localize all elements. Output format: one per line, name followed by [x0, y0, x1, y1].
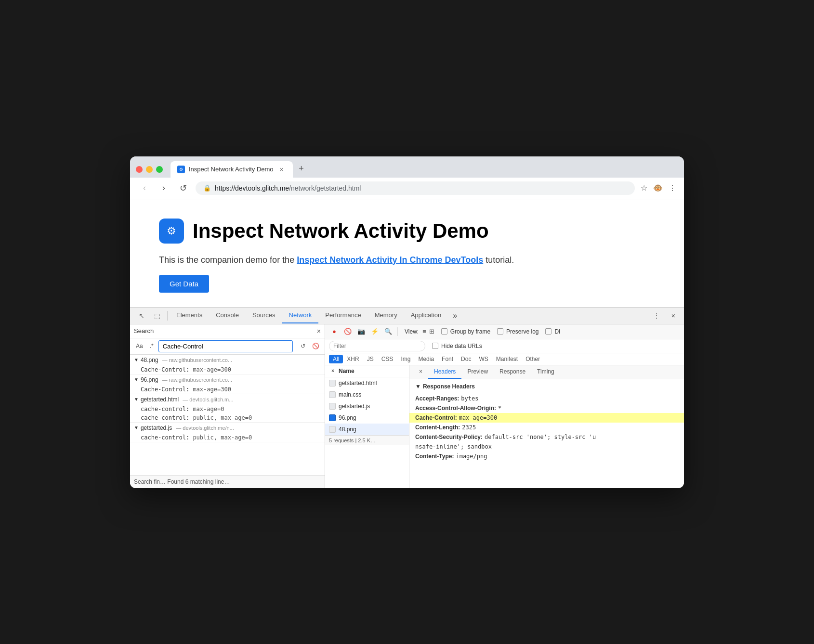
inspect-element-icon[interactable]: ↖	[134, 308, 149, 323]
headers-tab-close-btn[interactable]: ×	[413, 365, 428, 379]
search-refresh-button[interactable]: ↺	[298, 341, 308, 351]
filter-tab-css[interactable]: CSS	[378, 355, 397, 363]
active-tab[interactable]: ⚙ Inspect Network Activity Demo ×	[171, 161, 293, 178]
filter-tab-ws[interactable]: WS	[475, 355, 492, 363]
file-item-getstarted-html[interactable]: getstarted.html	[325, 377, 409, 389]
preserve-log-checkbox[interactable]	[497, 328, 503, 335]
view-buttons: ≡ ⊞	[421, 327, 435, 336]
filter-tab-media[interactable]: Media	[414, 355, 438, 363]
filter-tab-all[interactable]: All	[329, 355, 343, 363]
title-bar: ⚙ Inspect Network Activity Demo × +	[130, 156, 684, 178]
file-item-96png[interactable]: 96.png	[325, 412, 409, 424]
headers-tab-timing[interactable]: Timing	[531, 365, 560, 379]
file-name: 48.png	[339, 426, 356, 433]
search-clear-button[interactable]: 🚫	[310, 341, 321, 351]
file-item-main-css[interactable]: main.css	[325, 389, 409, 400]
search-result-item[interactable]: Cache-Control: max-age=300	[130, 385, 325, 394]
devtools-close-icon[interactable]: ×	[667, 308, 680, 323]
file-item-getstarted-js[interactable]: getstarted.js	[325, 400, 409, 412]
network-toolbar: ● 🚫 📷 ⚡ 🔍 View: ≡ ⊞ Group by frame Prese…	[325, 324, 684, 339]
search-result-group-48png: ▼ 48.png — raw.githubusercontent.co... C…	[130, 355, 325, 374]
filter-button[interactable]: ⚡	[369, 326, 380, 337]
search-result-header-js[interactable]: ▼ getstarted.js — devtools.glitch.me/n..…	[130, 423, 325, 433]
back-button[interactable]: ‹	[138, 181, 151, 195]
more-tabs-button[interactable]: »	[448, 308, 462, 324]
result-value: max-age=300	[193, 366, 231, 373]
devtools-link[interactable]: Inspect Network Activity In Chrome DevTo…	[297, 255, 483, 265]
tab-network[interactable]: Network	[282, 308, 319, 323]
header-value: max-age=300	[459, 414, 497, 421]
close-button[interactable]	[136, 166, 143, 173]
filter-tab-font[interactable]: Font	[438, 355, 457, 363]
hide-data-urls-checkbox[interactable]	[432, 343, 438, 349]
header-key: Accept-Ranges:	[415, 395, 459, 402]
filter-tab-doc[interactable]: Doc	[457, 355, 475, 363]
disable-cache-label: Di	[554, 328, 560, 335]
filter-tab-js[interactable]: JS	[363, 355, 378, 363]
tab-close-button[interactable]: ×	[277, 165, 286, 174]
minimize-button[interactable]	[146, 166, 153, 173]
forward-button[interactable]: ›	[157, 181, 171, 195]
profile-icon[interactable]: 🐵	[653, 183, 663, 193]
headers-tab-preview[interactable]: Preview	[461, 365, 494, 379]
menu-icon[interactable]: ⋮	[669, 183, 676, 193]
new-tab-button[interactable]: +	[295, 162, 308, 176]
headers-tab-response[interactable]: Response	[494, 365, 531, 379]
disable-cache-checkbox[interactable]	[545, 328, 551, 335]
expand-icon: ▼	[134, 397, 139, 402]
maximize-button[interactable]	[156, 166, 163, 173]
search-case-sensitive-btn[interactable]: Aa	[134, 342, 145, 350]
result-source: — raw.githubusercontent.co...	[162, 377, 233, 383]
search-input[interactable]	[158, 340, 293, 352]
search-close-button[interactable]: ×	[317, 327, 321, 335]
record-button[interactable]: ●	[329, 326, 340, 337]
large-view-btn[interactable]: ⊞	[428, 327, 435, 336]
network-type-filter-bar: All XHR JS CSS Img Media Font Doc WS Man…	[325, 353, 684, 365]
result-filename: getstarted.js	[141, 425, 172, 431]
search-result-item[interactable]: cache-control: max-age=0	[130, 405, 325, 413]
search-result-header-96png[interactable]: ▼ 96.png — raw.githubusercontent.co...	[130, 374, 325, 385]
network-filter-input[interactable]	[329, 341, 425, 351]
search-button[interactable]: 🔍	[383, 326, 394, 337]
file-name: getstarted.js	[339, 403, 370, 410]
page-logo: ⚙	[159, 219, 184, 244]
search-result-item[interactable]: Cache-Control: max-age=300	[130, 365, 325, 374]
group-frame-checkbox[interactable]	[441, 328, 447, 335]
devtools-more-icon[interactable]: ⋮	[648, 308, 665, 323]
file-item-48png[interactable]: 48.png	[325, 424, 409, 435]
filter-tabs: All XHR JS CSS Img Media Font Doc WS Man…	[329, 355, 544, 363]
filter-tab-img[interactable]: Img	[397, 355, 414, 363]
file-list: × Name getstarted.html main.css	[325, 365, 409, 488]
tab-sources[interactable]: Sources	[246, 308, 282, 323]
url-bar[interactable]: 🔒 https://devtools.glitch.me/network/get…	[196, 181, 635, 195]
file-list-close-btn[interactable]: ×	[329, 367, 337, 375]
device-toolbar-icon[interactable]: ⬚	[149, 308, 165, 323]
filter-tab-other[interactable]: Other	[522, 355, 544, 363]
tab-console[interactable]: Console	[209, 308, 246, 323]
tab-performance[interactable]: Performance	[318, 308, 368, 323]
reload-button[interactable]: ↺	[176, 181, 190, 195]
header-key: Cache-Control:	[415, 414, 457, 421]
response-headers-expand-icon: ▼	[415, 383, 421, 390]
filter-tab-manifest[interactable]: Manifest	[492, 355, 522, 363]
search-result-header-48png[interactable]: ▼ 48.png — raw.githubusercontent.co...	[130, 355, 325, 365]
search-options: Aa .* ↺ 🚫	[130, 338, 325, 355]
clear-button[interactable]: 🚫	[342, 326, 353, 337]
search-regex-btn[interactable]: .*	[148, 342, 156, 350]
list-view-btn[interactable]: ≡	[421, 327, 427, 336]
page-title: Inspect Network Activity Demo	[193, 219, 489, 243]
bookmark-icon[interactable]: ☆	[641, 183, 647, 193]
result-key: cache-control:	[141, 434, 189, 441]
screenshot-button[interactable]: 📷	[356, 326, 367, 337]
tab-application[interactable]: Application	[404, 308, 448, 323]
tab-elements[interactable]: Elements	[170, 308, 209, 323]
header-value: bytes	[461, 395, 478, 402]
search-result-item[interactable]: cache-control: public, max-age=0	[130, 433, 325, 442]
get-data-button[interactable]: Get Data	[159, 275, 209, 293]
search-result-header-html[interactable]: ▼ getstarted.html — devtools.glitch.m...	[130, 394, 325, 405]
search-result-item[interactable]: cache-control: public, max-age=0	[130, 413, 325, 422]
filter-tab-xhr[interactable]: XHR	[343, 355, 363, 363]
hide-data-urls-label: Hide data URLs	[441, 343, 482, 349]
tab-memory[interactable]: Memory	[368, 308, 404, 323]
headers-tab-headers[interactable]: Headers	[428, 365, 461, 379]
